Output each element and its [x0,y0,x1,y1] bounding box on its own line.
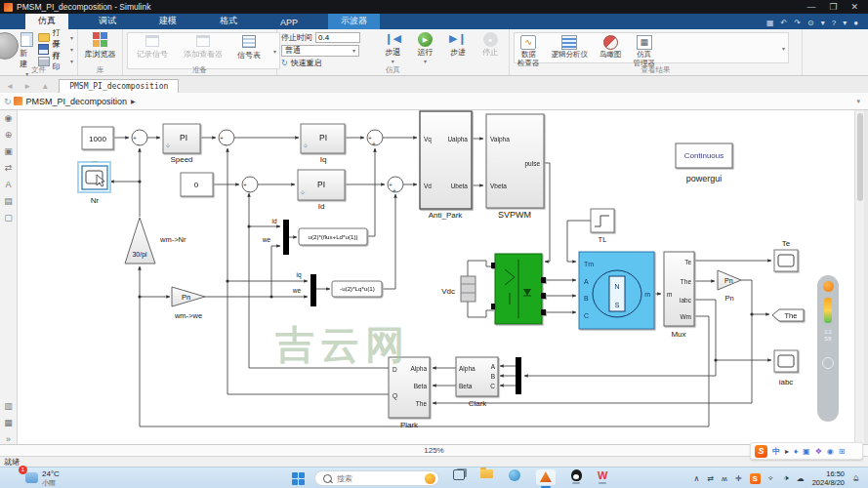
tray-expand-icon[interactable]: ∧ [694,474,700,483]
sogou-icon[interactable]: S [755,445,767,458]
signal-table-button[interactable]: 信号表 [232,35,266,61]
plus-icon[interactable]: ✛ [735,474,742,483]
sogou-tray-icon[interactable]: S [750,473,761,484]
step-forward-button[interactable]: ▶❙ 步进 [443,32,472,58]
cloud-icon[interactable]: ☁ [797,474,805,483]
clark-block[interactable]: Alpha Beta A B C [456,357,498,396]
mux-qw[interactable] [310,274,316,306]
step-back-button[interactable]: ❙◀ 步退 ▾ [378,32,406,64]
action-ellipsis[interactable]: ... [92,155,99,164]
step-tl-block[interactable] [591,209,614,232]
minimize-button[interactable]: — [806,2,815,12]
fcn-q-block[interactable]: -u(2)*Lq*u(1) [332,281,382,297]
scope-te[interactable] [774,250,798,271]
demux-abc[interactable] [516,357,521,394]
nav-arrows[interactable]: ◄ ► ▲ [0,82,59,93]
gain-rpm-block[interactable]: 30/pi [125,218,155,264]
scope-iabc[interactable] [774,350,798,372]
toolbox-grid-icon[interactable]: ⊞ [839,447,846,456]
mux-measure-block[interactable]: m Te The iabc Wm [664,252,694,326]
taskbar-search[interactable]: 搜索 [314,470,439,486]
mic-icon[interactable]: ♦ [794,447,798,456]
pi-speed-block[interactable]: PI [163,124,200,153]
annotation-icon[interactable]: ◉ [5,113,13,123]
toggle-icon[interactable]: ⇄ [707,474,714,483]
simulation-manager-button[interactable]: ▦ 仿真 管理器 [634,35,656,68]
expand-icon[interactable]: » [6,434,11,444]
breadcrumb-model-name[interactable]: PMSM_PI_decomposition [26,97,128,106]
browser-button[interactable] [509,469,520,481]
zoom-level[interactable]: 125% [424,446,443,455]
tab-debug[interactable]: 调试 [86,13,129,29]
park-block[interactable]: D Q Alpha Beta The [389,357,430,418]
pinyin-mode-icon[interactable]: 中 [772,446,780,457]
start-button[interactable] [292,472,305,485]
search-highlight-icon[interactable] [425,473,435,484]
skin-icon[interactable]: ❖ [815,447,822,456]
sogou-input-toolbar[interactable]: S 中 ▸ ♦ ▣ ❖ ◉ ⊞ [750,442,863,460]
sum-speed[interactable]: + - [132,130,147,147]
redo-icon[interactable]: ↷ [794,19,801,27]
tab-simulation[interactable]: 仿真 [25,13,68,29]
scope-nr[interactable]: ... [78,155,110,192]
pi-iq-block[interactable]: PI [301,124,345,153]
dropdown-icon[interactable]: ▾ [843,19,847,27]
mux-dq[interactable] [283,220,289,255]
dropdown-icon[interactable]: ▾ [821,19,825,27]
constant-speed-ref[interactable]: 1000 [82,127,113,149]
tab-apps[interactable]: APP [268,16,310,29]
cursor-mode-icon[interactable]: ▸ [785,447,789,456]
notification-bell-icon[interactable]: 🕭 [852,474,860,483]
tab-format[interactable]: 格式 [207,13,250,29]
svpwm-block[interactable]: Valpha Vbeta pulse [486,114,544,208]
model-canvas[interactable]: ◉ ⊕ ▣ ⇄ A ▤ ▢ ▥ ▦ » [0,109,868,444]
volume-icon[interactable]: 🕩 [784,473,789,483]
help-icon[interactable]: ? [832,19,836,27]
library-browser-button[interactable]: 库浏览器 [85,32,116,60]
target-icon[interactable] [822,357,834,369]
data-inspector-button[interactable]: ∿ 数据 检查器 [517,35,540,68]
chevron-down-icon[interactable]: ▾ [273,48,276,55]
file-explorer-button[interactable] [480,469,493,478]
sum-vd[interactable]: + + [388,177,403,194]
birds-eye-button[interactable]: 鸟瞰图 [599,35,622,59]
search-icon[interactable]: ⊙ [807,19,814,27]
signal-route-icon[interactable]: ⇄ [5,163,13,173]
network-icon[interactable]: ᯤ [768,474,776,483]
sum-iq[interactable]: + - [219,130,234,147]
clock[interactable]: 16:50 2024/8/20 [812,469,845,488]
undo-icon[interactable]: ↶ [781,19,788,27]
maximize-button[interactable]: ❐ [829,2,837,12]
inverter-bridge-block[interactable] [491,254,546,324]
logic-analyzer-button[interactable]: 逻辑分析仪 [552,35,589,59]
zoom-icon[interactable]: ⊕ [5,130,13,140]
hide-panel-icon[interactable]: ▾ [856,98,860,105]
pmsm-motor-block[interactable]: Tm A B C m N S [579,252,654,329]
chevron-down-icon[interactable]: ▾ [782,45,785,52]
gain-pn2-block[interactable]: Pn [718,270,741,290]
fcn-d-block[interactable]: u(2)*(flux+Ld*u(1)) [299,228,367,245]
anti-park-block[interactable]: Vq Vd Ualpha Ubeta [420,111,472,209]
pi-id-block[interactable]: PI [298,170,345,200]
text-annotation-icon[interactable]: A [5,180,11,189]
area-icon[interactable]: ▢ [4,213,13,223]
account-icon[interactable]: ● [853,19,858,27]
image-icon[interactable]: ▤ [4,196,13,206]
vdc-source[interactable]: Vdc [441,276,475,302]
close-button[interactable]: ✕ [850,2,858,12]
matlab-button[interactable] [536,469,556,488]
weather-widget[interactable]: 1 24°C 小雨 [25,469,60,487]
wps-button[interactable]: W [598,469,607,484]
sum-vq[interactable]: + + [367,130,383,147]
qq-button[interactable] [571,469,582,484]
sum-id[interactable]: + - [242,177,258,194]
stop-time-input[interactable] [315,32,360,43]
scrollbar-thumb[interactable] [857,113,863,201]
model-browser-icon[interactable]: ▥ [4,401,13,411]
game-mode-icon[interactable]: ◉ [827,447,834,456]
run-button[interactable]: ▶ 运行 ▾ [411,32,439,64]
record-icon[interactable] [823,281,834,292]
floating-tool-panel[interactable]: 0.05/8 [817,275,839,422]
save-icon[interactable]: ▦ [766,19,774,27]
block-diagram[interactable]: 1000 0 + - + - + + + - + + [18,109,854,444]
